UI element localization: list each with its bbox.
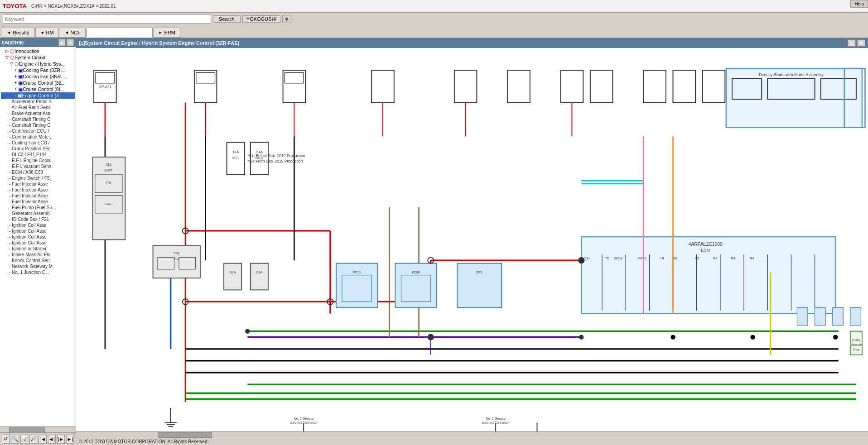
- svg-text:T1A: T1A: [232, 150, 239, 154]
- tree-item-cruise-3z[interactable]: + ▣ Cruise Control (3Z...: [1, 80, 75, 86]
- diagram-canvas[interactable]: GF-AT1: [76, 48, 868, 431]
- tree-label-brake-act: - Brake Actuator Ass: [9, 111, 50, 116]
- tree-item-fuel-inj3[interactable]: - Fuel Injector Asse: [1, 193, 75, 199]
- tree-item-efi-vac[interactable]: - E.F.I. Vacuum Sens: [1, 163, 75, 169]
- tab-ncf[interactable]: ◄ NCF: [60, 28, 86, 38]
- help-icon[interactable]: ?: [282, 15, 290, 23]
- toyota-logo: TOYOTA: [3, 3, 27, 10]
- tree-item-ign-coil1[interactable]: - Ignition Coil Asse: [1, 222, 75, 228]
- svg-text:F200: F200: [412, 270, 420, 274]
- tree-item-ign-coil3[interactable]: - Ignition Coil Asse: [1, 234, 75, 240]
- refresh-button[interactable]: ↺: [2, 435, 10, 444]
- tree-item-combo[interactable]: - Combination Mete...: [1, 134, 75, 140]
- tree-item-cooling-fan-3zr[interactable]: + ▣ Cooling Fan (3ZR-...: [1, 67, 75, 73]
- nav-last-button[interactable]: ►|: [66, 435, 74, 444]
- tree-item-efi-cool[interactable]: - E.F.I. Engine Coola: [1, 158, 75, 163]
- tree-item-cooling-ecu[interactable]: - Cooling Fan ECU /: [1, 140, 75, 146]
- svg-text:BATT: BATT: [105, 169, 113, 172]
- tab-arrow: ◄: [7, 30, 11, 35]
- tab-arrow: ◄: [40, 30, 44, 35]
- tree-item-brake-act[interactable]: - Brake Actuator Ass: [1, 110, 75, 116]
- tree-icon-cooling-fan-3zr: ▣: [18, 67, 23, 73]
- nav-prev-button[interactable]: ◄|: [48, 435, 56, 444]
- tab-rm[interactable]: ◄ RM: [35, 28, 59, 38]
- diagram-icon-2[interactable]: ⊞: [857, 39, 865, 47]
- tree-bullet: +: [14, 68, 17, 72]
- search-button[interactable]: Search: [213, 15, 241, 23]
- tab-ncf-label: NCF: [71, 30, 81, 35]
- svg-text:R3: R3: [731, 257, 735, 260]
- tree-label-network-gw: - Network Gateway M: [9, 264, 53, 269]
- tree-item-ecm[interactable]: - ECM / A38,C63: [1, 169, 75, 175]
- tree-item-generator[interactable]: - Generator Assembl: [1, 211, 75, 216]
- svg-text:R4: R4: [750, 257, 754, 260]
- tree-item-cruise-8i[interactable]: + ▣ Cruise Control (8I...: [1, 86, 75, 92]
- svg-text:R1: R1: [695, 257, 699, 260]
- tree-item-introduction[interactable]: ▷ ⬡ Introduction: [1, 48, 75, 54]
- tree-bullet: +: [14, 74, 17, 79]
- tree-item-ign-starter[interactable]: - Ignition or Starter: [1, 246, 75, 252]
- tree-item-engine-control[interactable]: - ▣ Engine Control (3: [1, 92, 75, 99]
- tree-item-eng-switch[interactable]: - Engine Switch / F5: [1, 175, 75, 181]
- tree-item-ign-coil2[interactable]: - Ignition Coil Asse: [1, 228, 75, 234]
- help-button[interactable]: Help: [850, 0, 868, 8]
- tree-label-cooling-fan-3zr: Cooling Fan (3ZR-...: [23, 67, 66, 73]
- tree-item-cooling-fan-8nr[interactable]: + ▣ Cooling Fan (8NR-...: [1, 73, 75, 80]
- breadcrumb: C-HR > NGX1#,NGX5#,ZGX1# > 2022.01: [31, 4, 116, 9]
- tree-item-knock[interactable]: - Knock Control Sen: [1, 258, 75, 263]
- zoom-button[interactable]: 🔎: [29, 435, 37, 444]
- tree-item-junction[interactable]: - No. 1 Junction C...: [1, 269, 75, 275]
- tree-item-fuel-pump[interactable]: - Fuel Pump (Fuel Su...: [1, 205, 75, 211]
- svg-point-140: [579, 335, 583, 340]
- tree-label-ign-coil1: - Ignition Coil Asse: [9, 223, 47, 228]
- svg-rect-73: [251, 263, 268, 290]
- tree-item-dlc3[interactable]: - DLC3 / F41,F144: [1, 152, 75, 158]
- tree-icon-engine-hybrid: ⬡: [14, 61, 19, 67]
- tree-item-afr[interactable]: - Air Fuel Ratio Sens: [1, 105, 75, 110]
- tree-item-fuel-inj2[interactable]: - Fuel Injector Asse: [1, 187, 75, 193]
- nav-next-button[interactable]: |►: [57, 435, 65, 444]
- horizontal-scrollbar[interactable]: [0, 426, 76, 432]
- tree-label-ign-coil2: - Ignition Coil Asse: [9, 229, 47, 234]
- tab-arrow: ►: [159, 30, 163, 35]
- tree-label-fuel-inj2: - Fuel Injector Asse: [9, 187, 48, 192]
- tree-label-cam1: - Camshaft Timing C: [9, 117, 50, 122]
- svg-text:TR4: TR4: [106, 181, 112, 184]
- svg-text:S1A: S1A: [230, 271, 236, 274]
- svg-point-139: [245, 329, 250, 333]
- tree-item-accel[interactable]: - Accelerator Pedal S: [1, 99, 75, 105]
- panel-expand-button[interactable]: ►: [58, 39, 66, 46]
- tree-item-fuel-inj4[interactable]: - Fuel Injector Asse: [1, 199, 75, 205]
- search-input[interactable]: [3, 14, 211, 24]
- tree-item-intake[interactable]: - Intake Mass Air Flo: [1, 252, 75, 258]
- tree-label-cooling-ecu: - Cooling Fan ECU /: [9, 140, 49, 145]
- tab-brm[interactable]: ► BRM: [154, 28, 180, 38]
- zoom-out-button[interactable]: 🔍: [11, 435, 19, 444]
- tree-item-system-circuit[interactable]: ▽ ⬡ System Circuit: [1, 54, 75, 61]
- tree-item-cam1[interactable]: - Camshaft Timing C: [1, 116, 75, 122]
- tree-item-network-gw[interactable]: - Network Gateway M: [1, 263, 75, 269]
- tab-results[interactable]: ◄ Results: [2, 28, 34, 38]
- hscroll-thumb[interactable]: [9, 427, 45, 432]
- tree-item-fuel-inj1[interactable]: - Fuel Injector Asse: [1, 181, 75, 187]
- nav-first-button[interactable]: |◄: [39, 435, 46, 444]
- svg-text:No. 2 Ground: No. 2 Ground: [294, 417, 313, 421]
- close-panel-button[interactable]: ×: [67, 39, 74, 46]
- chart-button[interactable]: 📊: [20, 435, 28, 444]
- tree-item-id-code[interactable]: - ID Code Box / F21: [1, 216, 75, 222]
- tree-item-ign-coil4[interactable]: - Ignition Coil Asse: [1, 240, 75, 246]
- tree-item-cert-ecu[interactable]: - Certification ECU /: [1, 128, 75, 134]
- tree-icon-system-circuit: ⬡: [10, 55, 14, 60]
- svg-text:S1A.2: S1A.2: [105, 202, 113, 206]
- diagram-icon-1[interactable]: ⊟: [848, 39, 856, 47]
- tab-electrical-wiring[interactable]: Electrical Wiring Diagram: [87, 28, 152, 38]
- tree-item-crank[interactable]: - Crank Position Sen: [1, 146, 75, 152]
- wiring-diagram: GF-AT1: [76, 48, 868, 431]
- tree-item-cam2[interactable]: - Camshaft Timing C: [1, 122, 75, 128]
- yokogushi-button[interactable]: YOKOGUSHI: [242, 15, 281, 23]
- diagram-hscroll-thumb[interactable]: [158, 432, 212, 438]
- tree-item-engine-hybrid[interactable]: ▽ ⬡ Engine / Hybrid Sys...: [1, 61, 75, 67]
- svg-text:MREL: MREL: [637, 257, 646, 260]
- tree-label-ecm: - ECM / A38,C63: [9, 170, 43, 175]
- diagram-horizontal-scrollbar[interactable]: [76, 431, 868, 438]
